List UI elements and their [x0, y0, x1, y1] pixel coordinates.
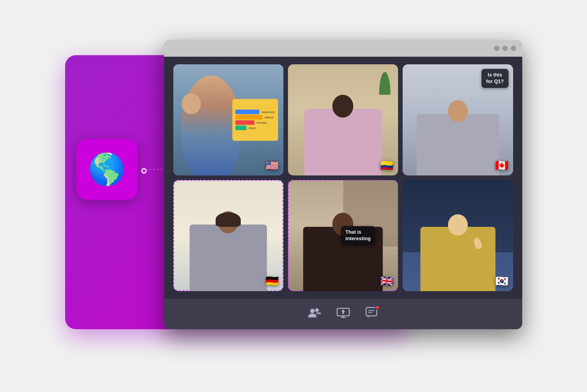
svg-marker-10	[341, 309, 345, 314]
flag-us: 🇺🇸	[266, 160, 279, 171]
caption-q1: Is thisfor Q1?	[481, 69, 508, 88]
video-tile-1: Awareness Interest Decision Action	[173, 64, 283, 175]
flag-kr: 🇰🇷	[495, 276, 509, 287]
funnel-chart: Awareness Interest Decision Action	[232, 99, 278, 141]
chat-badge	[375, 305, 380, 310]
titlebar-dots	[494, 46, 516, 51]
caption-interesting: That isinteresting	[341, 226, 375, 245]
flag-co: 🇨🇴	[380, 160, 393, 171]
titlebar-dot-3	[511, 46, 516, 51]
globe-box: 🌎	[77, 139, 138, 200]
video-tile-4: 🇩🇪	[173, 180, 283, 291]
globe-icon: 🌎	[88, 151, 126, 187]
video-tile-3: Is thisfor Q1? 🇨🇦	[403, 64, 513, 175]
browser-toolbar	[164, 299, 522, 329]
svg-point-5	[310, 309, 315, 313]
flag-gb: 🇬🇧	[380, 276, 393, 287]
video-grid: Awareness Interest Decision Action	[164, 57, 522, 299]
browser-titlebar	[164, 40, 522, 57]
scene: 🌎	[65, 40, 522, 352]
flag-ca: 🇨🇦	[495, 160, 509, 171]
flag-de: 🇩🇪	[266, 276, 279, 287]
video-tile-6: 🇰🇷	[403, 180, 513, 291]
svg-point-6	[315, 308, 319, 312]
chat-button[interactable]	[365, 306, 379, 322]
connection-dot	[141, 168, 147, 174]
participants-button[interactable]	[307, 306, 321, 322]
video-tile-5: That isinteresting 🇬🇧	[288, 180, 398, 291]
browser-window: Awareness Interest Decision Action	[164, 40, 522, 329]
titlebar-dot-1	[494, 46, 499, 51]
share-screen-button[interactable]	[336, 306, 350, 322]
video-tile-2: 🇨🇴	[288, 64, 398, 175]
svg-rect-11	[366, 308, 377, 316]
titlebar-dot-2	[502, 46, 508, 51]
